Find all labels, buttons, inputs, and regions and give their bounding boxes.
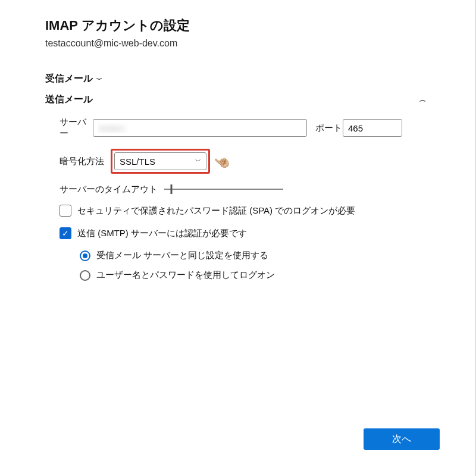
imap-account-settings-dialog: IMAP アカウントの設定 testaccount@mic-web-dev.co… — [0, 0, 476, 476]
incoming-mail-section-toggle[interactable]: 受信メール ﹀ — [45, 73, 475, 85]
timeout-label: サーバーのタイムアウト — [45, 184, 164, 195]
radio-same-settings-row[interactable]: 受信メール サーバーと同じ設定を使用する — [65, 250, 475, 261]
port-label: ポート — [307, 123, 343, 134]
smtp-server-input[interactable] — [93, 119, 307, 137]
next-button[interactable]: 次へ — [364, 428, 440, 450]
radio-userpass[interactable] — [80, 270, 90, 281]
smtp-auth-checkbox[interactable]: ✓ — [60, 227, 71, 239]
timeout-row: サーバーのタイムアウト — [45, 183, 475, 195]
incoming-mail-heading: 受信メール — [45, 73, 93, 85]
radio-userpass-row[interactable]: ユーザー名とパスワードを使用してログオン — [65, 270, 475, 281]
server-port-row: サーバー ポート — [45, 117, 475, 139]
smtp-port-input[interactable] — [343, 119, 402, 137]
encryption-label: 暗号化方法 — [45, 156, 111, 167]
radio-same-settings-label: 受信メール サーバーと同じ設定を使用する — [96, 250, 268, 261]
smtp-auth-checkbox-row[interactable]: ✓ 送信 (SMTP) サーバーには認証が必要です — [45, 227, 475, 239]
slider-thumb[interactable] — [171, 184, 173, 194]
radio-same-settings[interactable] — [80, 250, 90, 261]
chevron-down-icon: ﹀ — [195, 157, 201, 165]
server-label: サーバー — [45, 117, 93, 139]
encryption-highlight-box: SSL/TLS ﹀ — [111, 149, 210, 174]
outgoing-mail-section-toggle[interactable]: 送信メール ︿ — [45, 93, 426, 106]
chevron-down-icon: ﹀ — [96, 76, 102, 84]
encryption-method-select[interactable]: SSL/TLS ﹀ — [114, 152, 206, 170]
chevron-up-icon: ︿ — [419, 95, 426, 104]
radio-userpass-label: ユーザー名とパスワードを使用してログオン — [96, 270, 275, 281]
outgoing-mail-heading: 送信メール — [45, 93, 93, 106]
account-email: testaccount@mic-web-dev.com — [45, 38, 475, 49]
slider-track — [164, 189, 283, 190]
encryption-row: 暗号化方法 SSL/TLS ﹀ ☝🏼 — [45, 149, 475, 174]
pointing-hand-icon: ☝🏼 — [211, 151, 233, 173]
page-title: IMAP アカウントの設定 — [45, 17, 475, 35]
smtp-auth-radio-group: 受信メール サーバーと同じ設定を使用する ユーザー名とパスワードを使用してログオ… — [45, 250, 475, 281]
encryption-method-value: SSL/TLS — [120, 156, 155, 167]
smtp-auth-checkbox-label: 送信 (SMTP) サーバーには認証が必要です — [77, 228, 247, 239]
spa-checkbox[interactable] — [60, 205, 71, 217]
spa-checkbox-label: セキュリティで保護されたパスワード認証 (SPA) でのログオンが必要 — [77, 205, 355, 217]
server-timeout-slider[interactable] — [164, 183, 283, 195]
spa-checkbox-row[interactable]: セキュリティで保護されたパスワード認証 (SPA) でのログオンが必要 — [45, 205, 475, 217]
